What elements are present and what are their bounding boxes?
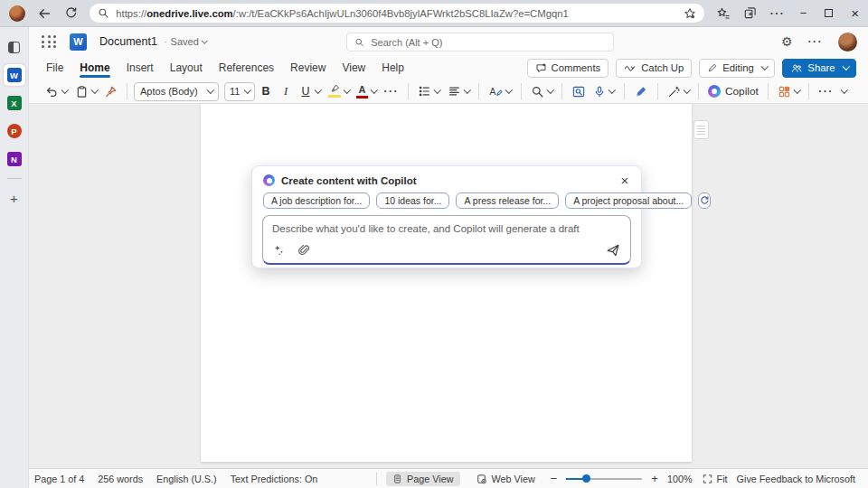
toolbar-divider	[127, 83, 127, 99]
window-controls: − ×	[800, 6, 859, 20]
sidebar-item-powerpoint[interactable]: P	[4, 120, 25, 142]
zoom-out-icon[interactable]: −	[551, 473, 558, 484]
send-icon[interactable]	[606, 243, 620, 258]
refresh-suggestions-icon[interactable]	[698, 192, 711, 209]
minimize-icon[interactable]: −	[800, 7, 807, 19]
text-predictions-toggle[interactable]: Text Predictions: On	[231, 474, 318, 484]
bullets-button[interactable]	[415, 82, 443, 100]
web-view-button[interactable]: Web View	[469, 472, 542, 486]
bold-button[interactable]: B	[257, 82, 275, 100]
document-title[interactable]: Document1	[99, 35, 157, 48]
toolbar-more-icon[interactable]: ···	[816, 82, 836, 100]
account-avatar[interactable]	[838, 33, 857, 52]
share-button[interactable]: Share	[782, 59, 856, 78]
zoom-in-icon[interactable]: +	[651, 473, 658, 484]
save-status[interactable]: ·Saved	[164, 36, 206, 47]
format-painter-button[interactable]	[101, 82, 120, 101]
comments-button[interactable]: Comments	[527, 59, 609, 78]
underline-button[interactable]: U	[297, 82, 324, 100]
tab-view[interactable]: View	[334, 56, 373, 80]
copilot-button[interactable]: Copilot	[705, 82, 761, 100]
zoom-slider-knob[interactable]	[582, 474, 590, 483]
chip-ideas[interactable]: 10 ideas for...	[376, 192, 449, 209]
format-painter-icon	[104, 85, 118, 99]
tab-home[interactable]: Home	[71, 56, 118, 80]
chip-job-description[interactable]: A job description for...	[263, 192, 370, 209]
tab-review[interactable]: Review	[282, 56, 334, 80]
catch-up-button[interactable]: Catch Up	[616, 59, 692, 78]
collapsed-comment-card[interactable]	[693, 120, 709, 139]
chip-project-proposal[interactable]: A project proposal about...	[565, 192, 692, 209]
font-group-more-icon[interactable]: ···	[382, 82, 402, 100]
undo-button[interactable]	[42, 82, 71, 101]
document-canvas: Create content with Copilot × A job desc…	[29, 104, 868, 468]
word-logo-icon[interactable]: W	[70, 33, 87, 51]
paste-button[interactable]	[72, 82, 100, 101]
search-pane-icon	[571, 85, 586, 99]
settings-gear-icon[interactable]: ⚙	[781, 35, 793, 48]
copilot-prompt-input[interactable]	[263, 216, 630, 243]
search-input[interactable]	[371, 37, 606, 48]
font-color-button[interactable]: A	[354, 82, 380, 100]
tab-help[interactable]: Help	[373, 56, 412, 80]
align-icon	[448, 85, 461, 98]
header-more-icon[interactable]: ···	[808, 35, 824, 48]
feedback-link[interactable]: Give Feedback to Microsoft	[737, 474, 855, 484]
browser-menu-icon[interactable]: ···	[769, 5, 787, 23]
chip-press-release[interactable]: A press release for...	[456, 192, 559, 209]
tab-insert[interactable]: Insert	[118, 56, 162, 80]
search-pane-button[interactable]	[569, 82, 589, 101]
dictate-button[interactable]	[590, 82, 618, 101]
font-size-select[interactable]: 11	[224, 82, 255, 101]
favorite-star-icon[interactable]	[684, 7, 696, 20]
word-count[interactable]: 256 words	[98, 474, 143, 484]
collapse-ribbon-icon[interactable]	[841, 87, 848, 94]
page-view-button[interactable]: Page View	[386, 472, 459, 486]
tab-references[interactable]: References	[211, 56, 282, 80]
styles-button[interactable]: A	[486, 82, 514, 101]
sidebar-add-icon[interactable]: +	[4, 187, 25, 209]
document-page[interactable]	[201, 104, 692, 462]
italic-button[interactable]: I	[277, 82, 295, 101]
sidebar-toggle-icon[interactable]	[4, 36, 25, 58]
find-button[interactable]	[528, 82, 556, 101]
browser-titlebar: https://onedrive.live.com/:w:/t/EaCKkPs6…	[0, 0, 868, 27]
apps-grid-icon	[778, 85, 791, 99]
ribbon-tab-row: File Home Insert Layout References Revie…	[29, 56, 868, 80]
maximize-icon[interactable]	[825, 9, 833, 17]
back-icon[interactable]	[35, 5, 52, 23]
highlight-button[interactable]	[326, 82, 353, 100]
toolbar-divider	[624, 83, 625, 99]
header-search-box[interactable]	[346, 33, 614, 52]
browser-window: https://onedrive.live.com/:w:/t/EaCKkPs6…	[0, 0, 868, 488]
apps-grid-button[interactable]	[775, 82, 803, 101]
fit-button[interactable]: Fit	[702, 474, 728, 484]
page-indicator[interactable]: Page 1 of 4	[34, 474, 84, 484]
sidebar-item-excel[interactable]: X	[4, 92, 25, 114]
favorites-list-icon[interactable]	[714, 5, 731, 23]
attach-paperclip-icon[interactable]	[297, 244, 310, 257]
sidebar-item-word[interactable]: W	[4, 64, 25, 86]
fit-icon	[702, 474, 713, 484]
zoom-slider[interactable]	[566, 478, 642, 480]
rewrite-sparkle-icon[interactable]	[273, 244, 286, 257]
align-button[interactable]	[445, 82, 473, 100]
close-icon[interactable]: ×	[617, 172, 633, 188]
tab-layout[interactable]: Layout	[162, 56, 211, 80]
collections-icon[interactable]	[741, 5, 759, 23]
language-indicator[interactable]: English (U.S.)	[156, 474, 217, 484]
browser-profile-avatar[interactable]	[9, 5, 25, 22]
close-window-icon[interactable]: ×	[851, 6, 859, 20]
editing-mode-button[interactable]: Editing	[699, 59, 775, 78]
font-name-select[interactable]: Aptos (Body)	[134, 82, 219, 101]
sidebar-item-onenote[interactable]: N	[4, 148, 25, 170]
page-view-icon	[392, 474, 402, 484]
auto-rewrite-button[interactable]	[665, 82, 693, 101]
tab-file[interactable]: File	[38, 56, 71, 80]
editor-button[interactable]	[631, 82, 651, 101]
zoom-level[interactable]: 100%	[667, 474, 693, 484]
url-bar[interactable]: https://onedrive.live.com/:w:/t/EaCKkPs6…	[90, 4, 704, 23]
refresh-icon[interactable]	[62, 5, 80, 23]
app-launcher-icon[interactable]	[42, 35, 57, 48]
onenote-app-icon: N	[7, 152, 22, 166]
